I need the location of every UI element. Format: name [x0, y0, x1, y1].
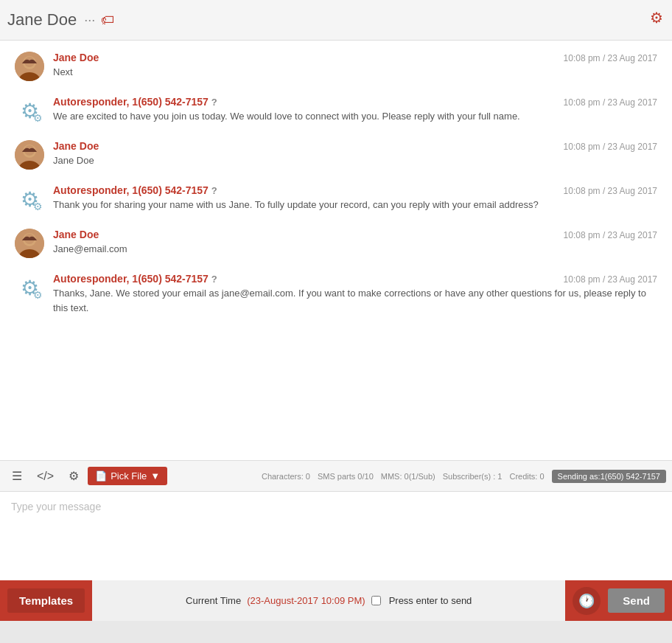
user-avatar: [15, 229, 44, 258]
help-icon[interactable]: ?: [211, 97, 217, 108]
message-text: Next: [53, 65, 657, 80]
sending-as-label: Sending as:1(650) 542-7157: [552, 470, 666, 483]
autoresponder-gear-small-icon: ⚙: [33, 112, 43, 124]
header: Jane Doe ··· 🏷 ⚙: [0, 0, 672, 41]
more-options-icon[interactable]: ···: [84, 13, 95, 28]
message-header-row: Jane Doe 10:08 pm / 23 Aug 2017: [53, 52, 657, 63]
message-input[interactable]: [0, 492, 672, 580]
dropdown-arrow-icon: ▼: [150, 470, 160, 482]
message-timestamp: 10:08 pm / 23 Aug 2017: [564, 53, 657, 63]
message-content: Autoresponder, 1(650) 542-7157 ? 10:08 p…: [53, 96, 657, 124]
compose-toolbar: ☰ </> ⚙ 📄 Pick File ▼ Characters: 0 SMS …: [0, 461, 672, 492]
message-header-row: Autoresponder, 1(650) 542-7157 ? 10:08 p…: [53, 96, 657, 108]
message-text: We are excited to have you join us today…: [53, 109, 657, 124]
autoresponder-gear-small-icon: ⚙: [33, 289, 43, 301]
autoresponder-avatar: ⚙ ⚙: [15, 184, 44, 214]
message-content: Jane Doe 10:08 pm / 23 Aug 2017 Jane Doe: [53, 140, 657, 168]
message-row: Jane Doe 10:08 pm / 23 Aug 2017 Jane@ema…: [15, 229, 657, 258]
message-text: Thanks, Jane. We stored your email as ja…: [53, 286, 657, 315]
message-content: Jane Doe 10:08 pm / 23 Aug 2017 Jane@ema…: [53, 229, 657, 257]
bottom-bar: Templates Current Time (23-August-2017 1…: [0, 580, 672, 621]
message-content: Autoresponder, 1(650) 542-7157 ? 10:08 p…: [53, 184, 657, 212]
characters-count: Characters: 0: [262, 472, 310, 481]
credits-count: Credits: 0: [509, 472, 544, 481]
message-timestamp: 10:08 pm / 23 Aug 2017: [564, 230, 657, 240]
sender-name: Autoresponder, 1(650) 542-7157 ?: [53, 273, 217, 285]
sender-name: Autoresponder, 1(650) 542-7157 ?: [53, 96, 217, 108]
message-header-row: Autoresponder, 1(650) 542-7157 ? 10:08 p…: [53, 273, 657, 285]
sender-name: Jane Doe: [53, 229, 99, 240]
message-content: Autoresponder, 1(650) 542-7157 ? 10:08 p…: [53, 273, 657, 315]
help-icon[interactable]: ?: [211, 185, 217, 196]
help-icon[interactable]: ?: [211, 274, 217, 285]
code-icon[interactable]: </>: [31, 466, 60, 487]
clock-button[interactable]: 🕐: [573, 587, 601, 615]
message-text: Jane@email.com: [53, 242, 657, 257]
message-header-row: Jane Doe 10:08 pm / 23 Aug 2017: [53, 140, 657, 152]
message-input-area: [0, 492, 672, 580]
current-time-value: (23-August-2017 10:09 PM): [247, 595, 365, 606]
mms-info: MMS: 0(1/Sub): [381, 472, 435, 481]
message-timestamp: 10:08 pm / 23 Aug 2017: [564, 142, 657, 152]
message-timestamp: 10:08 pm / 23 Aug 2017: [564, 186, 657, 196]
file-icon: 📄: [95, 470, 107, 482]
press-enter-checkbox[interactable]: [371, 596, 381, 605]
sms-parts: SMS parts 0/10: [318, 472, 374, 481]
message-timestamp: 10:08 pm / 23 Aug 2017: [564, 97, 657, 108]
message-row: ⚙ ⚙ Autoresponder, 1(650) 542-7157 ? 10:…: [15, 273, 657, 315]
message-row: ⚙ ⚙ Autoresponder, 1(650) 542-7157 ? 10:…: [15, 184, 657, 214]
pick-file-button[interactable]: 📄 Pick File ▼: [88, 467, 167, 485]
current-time-section: Current Time (23-August-2017 10:09 PM) P…: [92, 580, 565, 621]
subscribers-count: Subscriber(s) : 1: [443, 472, 503, 481]
settings-icon[interactable]: ⚙: [63, 465, 85, 487]
message-row: Jane Doe 10:08 pm / 23 Aug 2017 Jane Doe: [15, 140, 657, 170]
settings-icon[interactable]: ⚙: [650, 9, 663, 27]
message-row: Jane Doe 10:08 pm / 23 Aug 2017 Next: [15, 52, 657, 81]
hamburger-icon[interactable]: ☰: [6, 465, 28, 487]
message-timestamp: 10:08 pm / 23 Aug 2017: [564, 274, 657, 285]
autoresponder-avatar: ⚙ ⚙: [15, 273, 44, 302]
press-enter-label: Press enter to send: [389, 595, 472, 606]
message-content: Jane Doe 10:08 pm / 23 Aug 2017 Next: [53, 52, 657, 80]
contact-name: Jane Doe: [7, 10, 77, 29]
message-header-row: Autoresponder, 1(650) 542-7157 ? 10:08 p…: [53, 184, 657, 196]
message-text: Thank you for sharing your name with us …: [53, 198, 657, 212]
templates-button[interactable]: Templates: [7, 588, 85, 613]
send-button[interactable]: Send: [608, 588, 665, 613]
user-avatar: [15, 52, 44, 81]
toolbar-stats: Characters: 0 SMS parts 0/10 MMS: 0(1/Su…: [262, 470, 666, 483]
autoresponder-avatar: ⚙ ⚙: [15, 96, 44, 125]
message-text: Jane Doe: [53, 153, 657, 168]
chat-container: Jane Doe 10:08 pm / 23 Aug 2017 Next ⚙ ⚙…: [0, 41, 672, 461]
sender-name: Jane Doe: [53, 52, 99, 63]
sender-name: Autoresponder, 1(650) 542-7157 ?: [53, 184, 217, 196]
sender-name: Jane Doe: [53, 140, 99, 152]
tag-icon[interactable]: 🏷: [101, 13, 114, 28]
autoresponder-gear-small-icon: ⚙: [33, 201, 43, 212]
user-avatar: [15, 140, 44, 170]
message-row: ⚙ ⚙ Autoresponder, 1(650) 542-7157 ? 10:…: [15, 96, 657, 125]
message-header-row: Jane Doe 10:08 pm / 23 Aug 2017: [53, 229, 657, 240]
current-time-prefix: Current Time: [186, 595, 241, 606]
